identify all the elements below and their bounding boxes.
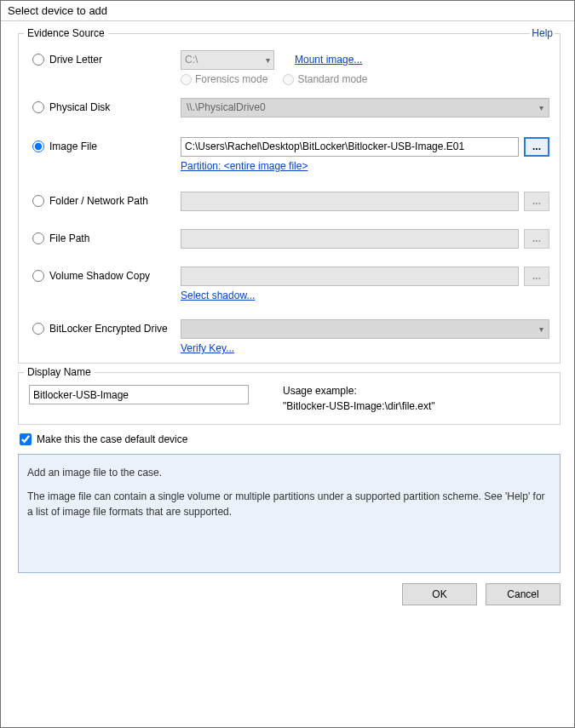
chevron-down-icon: ▾ bbox=[539, 103, 543, 112]
bitlocker-combo[interactable]: ▾ bbox=[181, 319, 549, 339]
file-path-input[interactable] bbox=[181, 229, 519, 249]
image-file-input[interactable] bbox=[181, 137, 519, 157]
ok-button[interactable]: OK bbox=[402, 583, 477, 605]
browse-shadow-button[interactable]: ... bbox=[524, 267, 549, 286]
label-folder-path: Folder / Network Path bbox=[49, 195, 148, 207]
radio-file-path[interactable] bbox=[32, 232, 44, 244]
partition-link[interactable]: Partition: <entire image file> bbox=[181, 160, 308, 172]
info-line-2: The image file can contain a single volu… bbox=[27, 489, 551, 519]
browse-image-file-button[interactable]: ... bbox=[524, 137, 549, 157]
radio-standard-mode[interactable] bbox=[283, 74, 294, 85]
default-device-label: Make this the case default device bbox=[37, 433, 187, 445]
label-image-file: Image File bbox=[49, 140, 97, 152]
drive-letter-combo[interactable]: C:\ ▾ bbox=[181, 50, 274, 70]
evidence-source-group: Evidence Source Help Drive Letter C:\ ▾ … bbox=[18, 33, 561, 364]
info-line-1: Add an image file to the case. bbox=[27, 465, 551, 480]
verify-key-link[interactable]: Verify Key... bbox=[181, 342, 234, 354]
drive-letter-value: C:\ bbox=[185, 54, 198, 66]
chevron-down-icon: ▾ bbox=[266, 55, 270, 65]
radio-volume-shadow[interactable] bbox=[32, 270, 44, 282]
radio-folder-path[interactable] bbox=[32, 195, 44, 207]
display-name-group: Display Name Usage example: "Bitlocker-U… bbox=[18, 372, 561, 425]
standard-mode-label: Standard mode bbox=[297, 73, 367, 85]
physical-disk-value: \\.\PhysicalDrive0 bbox=[187, 101, 266, 113]
radio-physical-disk[interactable] bbox=[32, 101, 44, 113]
display-name-input[interactable] bbox=[29, 385, 249, 404]
browse-file-button[interactable]: ... bbox=[524, 229, 549, 249]
forensics-mode-label: Forensics mode bbox=[195, 73, 267, 85]
label-drive-letter: Drive Letter bbox=[49, 54, 102, 66]
radio-image-file[interactable] bbox=[32, 140, 44, 152]
usage-example-value: "Bitlocker-USB-Image:\dir\file.ext" bbox=[283, 400, 435, 412]
label-volume-shadow: Volume Shadow Copy bbox=[49, 270, 150, 282]
cancel-button[interactable]: Cancel bbox=[486, 583, 561, 605]
browse-folder-button[interactable]: ... bbox=[524, 192, 549, 211]
mount-image-link[interactable]: Mount image... bbox=[295, 54, 362, 66]
shadow-input[interactable] bbox=[181, 267, 519, 286]
standard-mode-option[interactable]: Standard mode bbox=[283, 73, 367, 85]
radio-forensics-mode[interactable] bbox=[181, 74, 192, 85]
physical-disk-combo[interactable]: \\.\PhysicalDrive0 ▾ bbox=[181, 98, 549, 118]
window-title: Select device to add bbox=[1, 1, 574, 21]
forensics-mode-option[interactable]: Forensics mode bbox=[181, 73, 267, 85]
select-shadow-link[interactable]: Select shadow... bbox=[181, 289, 255, 301]
radio-bitlocker[interactable] bbox=[32, 323, 44, 335]
evidence-source-legend: Evidence Source bbox=[24, 27, 108, 39]
help-link[interactable]: Help bbox=[530, 27, 555, 39]
folder-path-input[interactable] bbox=[181, 192, 519, 211]
default-device-checkbox[interactable] bbox=[20, 433, 32, 445]
radio-drive-letter[interactable] bbox=[32, 54, 44, 66]
display-name-legend: Display Name bbox=[24, 366, 95, 378]
label-file-path: File Path bbox=[49, 232, 89, 244]
chevron-down-icon: ▾ bbox=[539, 324, 543, 334]
info-panel: Add an image file to the case. The image… bbox=[18, 454, 561, 573]
label-bitlocker: BitLocker Encrypted Drive bbox=[49, 323, 168, 335]
label-physical-disk: Physical Disk bbox=[49, 101, 110, 113]
usage-example-label: Usage example: bbox=[283, 385, 435, 397]
